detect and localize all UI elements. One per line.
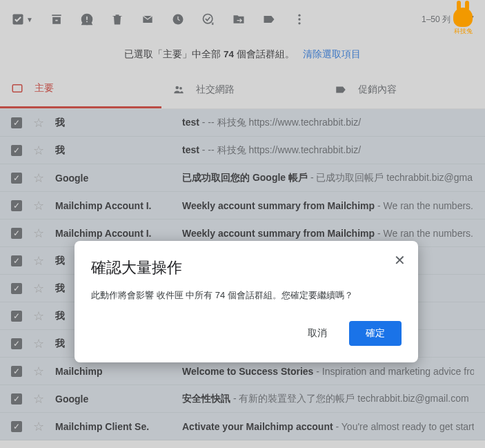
dialog-title: 確認大量操作 xyxy=(91,257,402,278)
tab-label: 促銷內容 xyxy=(358,84,397,96)
star-icon[interactable]: ☆ xyxy=(33,253,44,269)
sender: 我 xyxy=(55,144,171,157)
sender: 我 xyxy=(55,117,171,129)
subject-line: 已成功取回您的 Google 帳戶 - 已成功取回帳戶 techrabbit.b… xyxy=(182,172,474,184)
sender: Google xyxy=(55,393,171,405)
archive-icon[interactable] xyxy=(50,12,63,26)
subject-line: Weekly account summary from Mailchimp - … xyxy=(182,200,474,211)
brand-logo: 科技兔 xyxy=(449,4,477,39)
banner-count: 74 xyxy=(224,49,234,59)
sender: Mailchimp Client Se. xyxy=(55,421,171,432)
row-checkbox[interactable]: ✓ xyxy=(11,338,22,349)
chevron-down-icon: ▼ xyxy=(26,16,33,23)
email-row[interactable]: ✓☆我test - -- 科技兔 https://www.techrabbit.… xyxy=(0,109,485,137)
star-icon[interactable]: ☆ xyxy=(33,198,44,213)
star-icon[interactable]: ☆ xyxy=(33,419,44,434)
delete-icon[interactable] xyxy=(110,12,124,26)
toolbar: ▼ 1–50 列，共 7 xyxy=(0,0,485,39)
tab-primary[interactable]: 主要 xyxy=(0,70,161,108)
select-all-checkbox[interactable]: ▼ xyxy=(11,12,33,26)
subject-line: 安全性快訊 - 有新的裝置登入了您的帳戶 techrabbit.biz@gmai… xyxy=(182,393,474,405)
svg-rect-2 xyxy=(86,17,88,20)
tag-icon xyxy=(335,84,347,96)
tab-promotions[interactable]: 促銷內容 xyxy=(324,70,485,108)
snooze-icon[interactable] xyxy=(171,12,185,26)
star-icon[interactable]: ☆ xyxy=(33,281,44,296)
row-checkbox[interactable]: ✓ xyxy=(11,255,22,266)
svg-rect-9 xyxy=(12,85,22,92)
move-icon[interactable] xyxy=(232,12,246,26)
dialog-actions: 取消 確定 xyxy=(91,321,402,346)
sender: Mailchimp xyxy=(55,366,171,377)
star-icon[interactable]: ☆ xyxy=(33,364,44,379)
star-icon[interactable]: ☆ xyxy=(33,171,44,186)
dialog-body: 此動作將會影響 收件匣 中所有 74 個會話群組。您確定要繼續嗎？ xyxy=(91,289,402,302)
mark-unread-icon[interactable] xyxy=(141,12,155,26)
add-task-icon[interactable] xyxy=(201,12,215,26)
subject-line: Welcome to Success Stories - Inspiration… xyxy=(182,366,474,377)
email-row[interactable]: ✓☆我test - -- 科技兔 https://www.techrabbit.… xyxy=(0,137,485,164)
svg-point-5 xyxy=(203,14,212,23)
svg-point-11 xyxy=(179,86,182,89)
clear-selection-link[interactable]: 清除選取項目 xyxy=(303,49,361,59)
row-checkbox[interactable]: ✓ xyxy=(11,393,22,405)
row-checkbox[interactable]: ✓ xyxy=(11,311,22,322)
svg-point-7 xyxy=(298,18,300,20)
star-icon[interactable]: ☆ xyxy=(33,309,44,324)
inbox-icon xyxy=(11,82,23,95)
row-checkbox[interactable]: ✓ xyxy=(11,366,22,377)
category-tabs: 主要 社交網路 促銷內容 xyxy=(0,70,485,109)
toolbar-actions: ▼ xyxy=(11,12,306,26)
svg-point-8 xyxy=(298,22,300,24)
row-checkbox[interactable]: ✓ xyxy=(11,117,22,128)
tab-social[interactable]: 社交網路 xyxy=(161,70,323,108)
row-checkbox[interactable]: ✓ xyxy=(11,173,22,184)
star-icon[interactable]: ☆ xyxy=(33,336,44,351)
tab-label: 社交網路 xyxy=(196,84,235,96)
confirm-dialog: ✕ 確認大量操作 此動作將會影響 收件匣 中所有 74 個會話群組。您確定要繼續… xyxy=(75,241,418,362)
svg-point-6 xyxy=(298,14,300,17)
row-checkbox[interactable]: ✓ xyxy=(11,283,22,294)
subject-line: test - -- 科技兔 https://www.techrabbit.biz… xyxy=(182,117,474,129)
row-checkbox[interactable]: ✓ xyxy=(11,228,22,239)
subject-line: test - -- 科技兔 https://www.techrabbit.biz… xyxy=(182,144,474,157)
star-icon[interactable]: ☆ xyxy=(33,391,44,407)
email-row[interactable]: ✓☆Google已成功取回您的 Google 帳戶 - 已成功取回帳戶 tech… xyxy=(0,164,485,192)
cancel-button[interactable]: 取消 xyxy=(291,321,344,346)
confirm-button[interactable]: 確定 xyxy=(349,321,402,346)
star-icon[interactable]: ☆ xyxy=(33,115,44,130)
label-icon[interactable] xyxy=(262,12,276,26)
star-icon[interactable]: ☆ xyxy=(33,226,44,241)
more-icon[interactable] xyxy=(293,12,306,26)
svg-point-10 xyxy=(176,86,179,89)
bunny-icon xyxy=(453,8,473,27)
star-icon[interactable]: ☆ xyxy=(33,143,44,158)
close-icon[interactable]: ✕ xyxy=(394,253,406,267)
email-row[interactable]: ✓☆Google安全性快訊 - 有新的裝置登入了您的帳戶 techrabbit.… xyxy=(0,385,485,413)
tab-label: 主要 xyxy=(34,82,54,95)
people-icon xyxy=(172,84,185,96)
row-checkbox[interactable]: ✓ xyxy=(11,145,22,156)
email-row[interactable]: ✓☆Mailchimp Client Se.Activate your Mail… xyxy=(0,413,485,440)
subject-line: Activate your Mailchimp account - You're… xyxy=(182,421,474,432)
spam-icon[interactable] xyxy=(80,12,94,26)
row-checkbox[interactable]: ✓ xyxy=(11,200,22,211)
subject-line: Weekly account summary from Mailchimp - … xyxy=(182,228,474,239)
banner-text-prefix: 已選取「主要」中全部 xyxy=(124,49,224,59)
email-row[interactable]: ✓☆Mailchimp Account I.Weekly account sum… xyxy=(0,192,485,220)
svg-rect-3 xyxy=(86,21,88,23)
sender: Mailchimp Account I. xyxy=(55,228,171,239)
sender: Google xyxy=(55,173,171,184)
row-checkbox[interactable]: ✓ xyxy=(11,421,22,432)
brand-text: 科技兔 xyxy=(454,27,473,36)
sender: Mailchimp Account I. xyxy=(55,200,171,211)
banner-text-suffix: 個會話群組。 xyxy=(234,49,295,59)
selection-banner: 已選取「主要」中全部 74 個會話群組。 清除選取項目 xyxy=(0,39,485,70)
